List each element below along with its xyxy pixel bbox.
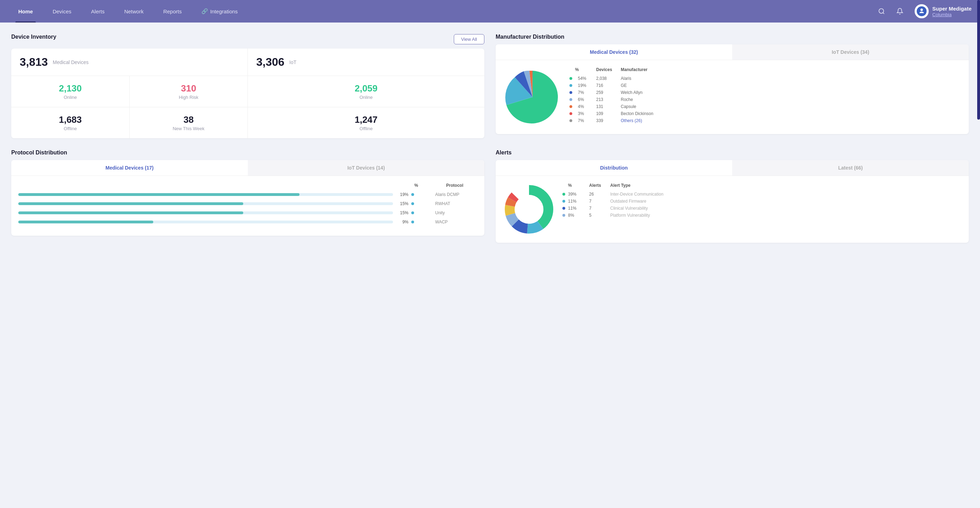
manufacturer-name: Alaris bbox=[621, 76, 962, 81]
proto-bar-bg bbox=[18, 193, 393, 196]
alert-pct: 8% bbox=[568, 213, 589, 218]
offline-label: Offline bbox=[64, 126, 76, 131]
legend-dot bbox=[570, 119, 572, 122]
proto-bar-fill bbox=[18, 202, 243, 205]
medical-count-value: 3,813 bbox=[20, 56, 48, 69]
legend-dot bbox=[570, 91, 572, 94]
proto-name: Alaris DCMP bbox=[435, 192, 477, 197]
inventory-title: Device Inventory bbox=[11, 34, 56, 40]
proto-dot bbox=[411, 211, 414, 214]
user-org[interactable]: Columbia bbox=[932, 12, 972, 17]
medical-online-highrisk: 2,130 Online 310 High Risk bbox=[11, 76, 247, 107]
notifications-button[interactable] bbox=[894, 5, 906, 18]
protocol-row: 9% WACP bbox=[18, 219, 477, 224]
user-profile[interactable]: Super Medigate Columbia bbox=[915, 4, 972, 18]
user-name: Super Medigate bbox=[932, 6, 972, 12]
alerts-legend: % Alerts Alert Type 39% 26 Inter-Device … bbox=[562, 183, 962, 236]
proto-bar-bg bbox=[18, 202, 393, 205]
proto-dot bbox=[411, 202, 414, 205]
proto-pct: 9% bbox=[396, 219, 409, 224]
legend-pct: 7% bbox=[575, 90, 596, 95]
others-link[interactable]: Others (26) bbox=[621, 118, 962, 123]
alert-type-header: Alert Type bbox=[610, 183, 962, 188]
legend-devices: 2,038 bbox=[596, 76, 621, 81]
nav-devices[interactable]: Devices bbox=[43, 0, 81, 22]
nav-network[interactable]: Network bbox=[114, 0, 153, 22]
legend-dot bbox=[570, 112, 572, 115]
legend-pct: 7% bbox=[575, 118, 596, 123]
proto-pct: 19% bbox=[396, 192, 409, 197]
legend-pct: 54% bbox=[575, 76, 596, 81]
col-pct-header: % bbox=[575, 67, 596, 72]
manufacturer-name: Roche bbox=[621, 97, 962, 102]
alerts-card: Distribution Latest (66) bbox=[496, 160, 969, 243]
alert-legend-row: 11% 7 Clinical Vulnerability bbox=[562, 205, 962, 212]
iot-online-label: Online bbox=[360, 95, 373, 100]
col-devices-header: Devices bbox=[596, 67, 621, 72]
svg-point-11 bbox=[518, 198, 540, 220]
view-all-button[interactable]: View All bbox=[454, 34, 484, 44]
iot-online-count: 2,059 bbox=[355, 83, 377, 94]
alert-legend-row: 8% 5 Platform Vulnerability bbox=[562, 212, 962, 219]
proto-dot bbox=[411, 193, 414, 196]
manufacturer-legend: % Devices Manufacturer 54% 2,038 Alaris … bbox=[570, 67, 962, 127]
user-info: Super Medigate Columbia bbox=[932, 6, 972, 17]
alert-type: Outdated Firmware bbox=[610, 199, 962, 204]
legend-header: % Devices Manufacturer bbox=[570, 67, 962, 72]
proto-bar-fill bbox=[18, 220, 153, 224]
alert-dot bbox=[562, 207, 565, 210]
manufacturer-tabs: Medical Devices (32) IoT Devices (34) bbox=[496, 44, 969, 60]
iot-stats: 2,059 Online 1,247 Offline bbox=[248, 76, 484, 138]
alert-legend-row: 11% 7 Outdated Firmware bbox=[562, 198, 962, 205]
tab-protocol-medical[interactable]: Medical Devices (17) bbox=[11, 160, 248, 176]
manufacturer-name: Welch Allyn bbox=[621, 90, 962, 95]
nav-home[interactable]: Home bbox=[8, 0, 43, 22]
tab-iot-devices[interactable]: IoT Devices (34) bbox=[732, 44, 969, 60]
protocol-col-headers: % Protocol bbox=[18, 183, 477, 188]
offline-count: 1,683 bbox=[59, 114, 81, 125]
legend-devices: 259 bbox=[596, 90, 621, 95]
nav-icon-group: Super Medigate Columbia bbox=[875, 4, 972, 18]
nav-alerts[interactable]: Alerts bbox=[81, 0, 114, 22]
proto-dot bbox=[411, 220, 414, 224]
manufacturer-name: GE bbox=[621, 83, 962, 88]
manufacturer-name: Becton Dickinson bbox=[621, 111, 962, 116]
search-button[interactable] bbox=[875, 5, 888, 18]
col-manufacturer-header: Manufacturer bbox=[621, 67, 962, 72]
inventory-stats-grid: 2,130 Online 310 High Risk 1,683 O bbox=[11, 76, 484, 138]
alert-type: Inter-Device Communication bbox=[610, 192, 962, 196]
inventory-card: 3,813 Medical Devices 3,306 IoT 2,130 bbox=[11, 48, 484, 138]
tab-distribution[interactable]: Distribution bbox=[496, 160, 732, 176]
alert-pct-header: % bbox=[568, 183, 589, 188]
alert-legend-header: % Alerts Alert Type bbox=[562, 183, 962, 188]
inventory-header: Device Inventory View All bbox=[11, 34, 484, 44]
nav-integrations[interactable]: 🔗 Integrations bbox=[192, 0, 247, 22]
inventory-card-inner: 3,813 Medical Devices 3,306 IoT 2,130 bbox=[11, 48, 484, 138]
offline-stat: 1,683 Offline bbox=[11, 107, 129, 138]
proto-bar-bg bbox=[18, 211, 393, 214]
legend-pct: 19% bbox=[575, 83, 596, 88]
alert-legend-row: 39% 26 Inter-Device Communication bbox=[562, 191, 962, 198]
alert-dot bbox=[562, 200, 565, 203]
nav-reports[interactable]: Reports bbox=[153, 0, 192, 22]
svg-point-3 bbox=[921, 8, 923, 11]
svg-line-1 bbox=[883, 13, 885, 14]
alert-type: Platform Vulnerability bbox=[610, 213, 962, 218]
main-content: Device Inventory View All 3,813 Medical … bbox=[0, 22, 980, 254]
scrollbar[interactable] bbox=[977, 0, 980, 120]
online-stat: 2,130 Online bbox=[11, 76, 129, 107]
tab-latest[interactable]: Latest (66) bbox=[732, 160, 969, 176]
manufacturer-legend-rows: 54% 2,038 Alaris 19% 716 GE 7% 259 Welch… bbox=[570, 75, 962, 124]
manufacturer-pie-chart bbox=[503, 67, 562, 127]
new-week-count: 38 bbox=[183, 114, 194, 125]
medical-devices-count: 3,813 Medical Devices bbox=[11, 48, 248, 76]
alerts-donut-chart bbox=[503, 183, 555, 236]
tab-protocol-iot[interactable]: IoT Devices (14) bbox=[248, 160, 484, 176]
legend-row: 4% 131 Capsule bbox=[570, 103, 962, 110]
manufacturer-chart-area: % Devices Manufacturer 54% 2,038 Alaris … bbox=[496, 60, 969, 134]
iot-offline-stat: 1,247 Offline bbox=[248, 107, 484, 138]
legend-pct: 3% bbox=[575, 111, 596, 116]
device-inventory-section: Device Inventory View All 3,813 Medical … bbox=[11, 34, 484, 138]
proto-pct-header: % bbox=[414, 183, 418, 188]
tab-medical-devices[interactable]: Medical Devices (32) bbox=[496, 44, 732, 60]
